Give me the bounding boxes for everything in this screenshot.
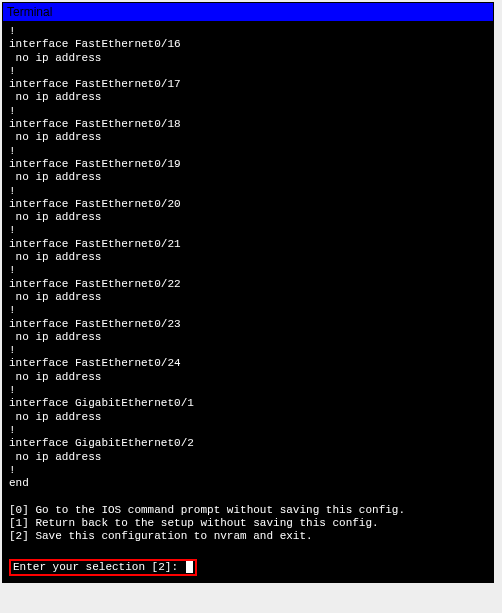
interface-line: interface FastEthernet0/18	[9, 118, 487, 131]
interface-line: interface FastEthernet0/20	[9, 198, 487, 211]
config-bang: !	[9, 65, 487, 78]
interface-config: no ip address	[9, 52, 487, 65]
config-bang: !	[9, 145, 487, 158]
config-bang: !	[9, 304, 487, 317]
menu-option-2: [2] Save this configuration to nvram and…	[9, 530, 487, 543]
interface-line: interface GigabitEthernet0/2	[9, 437, 487, 450]
config-bang: !	[9, 424, 487, 437]
config-bang: !	[9, 185, 487, 198]
window-title: Terminal	[7, 5, 52, 19]
menu-option-1: [1] Return back to the setup without sav…	[9, 517, 487, 530]
interface-config: no ip address	[9, 451, 487, 464]
terminal-body[interactable]: !interface FastEthernet0/16 no ip addres…	[3, 21, 493, 582]
config-bang: !	[9, 264, 487, 277]
config-bang: !	[9, 25, 487, 38]
interface-config: no ip address	[9, 91, 487, 104]
selection-prompt-label: Enter your selection [2]:	[13, 561, 185, 573]
interface-line: interface FastEthernet0/23	[9, 318, 487, 331]
interface-line: interface FastEthernet0/19	[9, 158, 487, 171]
cursor-icon[interactable]	[186, 561, 193, 573]
title-bar[interactable]: Terminal	[3, 3, 493, 21]
interface-line: interface FastEthernet0/24	[9, 357, 487, 370]
interface-config: no ip address	[9, 371, 487, 384]
interface-line: interface FastEthernet0/21	[9, 238, 487, 251]
selection-prompt-highlight: Enter your selection [2]:	[9, 559, 197, 576]
interface-config: no ip address	[9, 171, 487, 184]
interface-config: no ip address	[9, 291, 487, 304]
interface-config: no ip address	[9, 331, 487, 344]
interface-config: no ip address	[9, 131, 487, 144]
interface-line: interface FastEthernet0/22	[9, 278, 487, 291]
terminal-window: Terminal !interface FastEthernet0/16 no …	[2, 2, 494, 583]
config-bang: !	[9, 344, 487, 357]
config-bang: !	[9, 384, 487, 397]
trailing-bang: !	[9, 464, 487, 477]
config-bang: !	[9, 105, 487, 118]
interface-line: interface GigabitEthernet0/1	[9, 397, 487, 410]
menu-option-0: [0] Go to the IOS command prompt without…	[9, 504, 487, 517]
interface-config: no ip address	[9, 411, 487, 424]
interface-line: interface FastEthernet0/17	[9, 78, 487, 91]
interface-config: no ip address	[9, 211, 487, 224]
interface-line: interface FastEthernet0/16	[9, 38, 487, 51]
interface-config: no ip address	[9, 251, 487, 264]
config-bang: !	[9, 224, 487, 237]
end-line: end	[9, 477, 487, 490]
